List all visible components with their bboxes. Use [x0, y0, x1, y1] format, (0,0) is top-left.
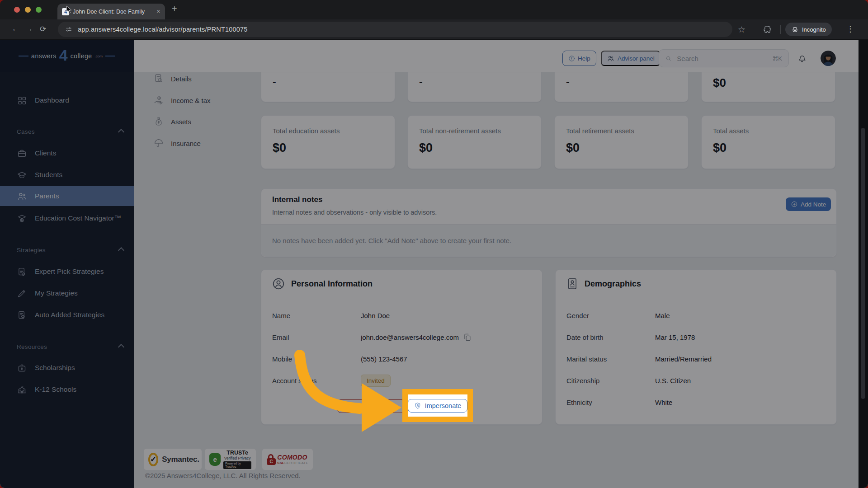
sidebar-section-resources[interactable]: Resources	[17, 343, 47, 350]
insurance-umbrella-icon	[154, 138, 164, 148]
row-value: White	[655, 399, 672, 406]
window-close-button[interactable]	[14, 7, 20, 13]
sidebar-item-auto-added-strategies[interactable]: Auto Added Strategies	[0, 305, 134, 325]
sidebar-item-my-strategies[interactable]: My Strategies	[0, 283, 134, 303]
submenu-item-details[interactable]: Details	[154, 70, 249, 88]
chevron-up-icon[interactable]	[118, 247, 124, 253]
scholarships-icon	[17, 363, 27, 373]
copy-icon[interactable]	[463, 333, 472, 342]
personal-information-card: Personal Information Name John Doe Email…	[261, 269, 542, 425]
search-icon	[665, 55, 671, 62]
back-icon[interactable]: ←	[12, 24, 19, 33]
internal-notes-title: Internal notes	[272, 195, 322, 204]
logo-text-right: college	[71, 52, 92, 60]
stat-label: Total non-retirement assets	[419, 127, 501, 135]
row-label: Account status	[272, 377, 361, 385]
page-scrollbar	[859, 40, 868, 488]
chevron-up-icon[interactable]	[118, 129, 124, 135]
stat-label: Total education assets	[273, 127, 340, 135]
mouse-cursor	[66, 5, 72, 14]
symantec-seal[interactable]: ✓ Symantec.	[144, 449, 202, 470]
stat-value: $0	[713, 141, 726, 155]
help-button[interactable]: Help	[562, 51, 596, 66]
search-box[interactable]: ⌘K	[659, 49, 789, 67]
truste-seal[interactable]: e TRUSTe Verified Privacy Powered by Tru…	[205, 449, 256, 470]
chevron-up-icon[interactable]	[118, 344, 124, 350]
submenu-item-insurance[interactable]: Insurance	[154, 134, 249, 152]
sidebar-section-strategies[interactable]: Strategies	[17, 247, 46, 253]
logo-text-left: answers	[31, 52, 57, 60]
browser-tab[interactable]: 4 John Doe Client: Doe Family ✕	[57, 4, 165, 19]
sidebar-item-label: Expert Pick Strategies	[35, 267, 104, 276]
comodo-text: COMODO SSLCERTIFICATE	[277, 454, 308, 465]
sidebar-item-k12-schools[interactable]: K-12 Schools	[0, 380, 134, 399]
advisor-panel-label: Advisor panel	[618, 55, 655, 62]
sidebar-item-clients[interactable]: Clients	[0, 143, 134, 163]
stat-value: $0	[419, 141, 433, 155]
search-input[interactable]	[676, 54, 768, 63]
deactivate-button[interactable]: Deactivate	[337, 399, 405, 413]
scrollbar-thumb[interactable]	[861, 128, 865, 399]
comodo-seal[interactable]: C COMODO SSLCERTIFICATE	[262, 449, 313, 470]
stat-label: Total assets	[713, 127, 749, 135]
bookmark-star-icon[interactable]: ☆	[738, 24, 745, 35]
row-label: Marital status	[566, 355, 655, 363]
row-label: Gender	[566, 312, 655, 319]
sidebar-item-parents[interactable]: Parents	[0, 186, 134, 206]
person-circle-icon	[272, 277, 285, 291]
sidebar-item-label: K-12 Schools	[35, 385, 76, 394]
briefcase-icon	[17, 149, 27, 158]
auto-strategies-icon	[17, 310, 27, 320]
site-settings-icon[interactable]	[65, 26, 72, 33]
row-label: Email	[272, 333, 361, 341]
stat-value: -	[566, 76, 570, 88]
advisor-panel-button[interactable]: Advisor panel	[601, 51, 660, 66]
sidebar-item-dashboard[interactable]: Dashboard	[0, 90, 134, 110]
dashboard-icon	[17, 96, 27, 105]
window-minimize-button[interactable]	[25, 7, 31, 13]
sidebar-item-label: Education Cost Navigator™	[35, 214, 121, 222]
extensions-icon[interactable]	[763, 25, 772, 34]
deactivate-label: Deactivate	[356, 403, 386, 410]
row-value: Male	[655, 312, 670, 319]
sidebar-item-scholarships[interactable]: Scholarships	[0, 358, 134, 378]
cost-navigator-icon	[17, 214, 27, 223]
internal-notes-empty-message: No notes have been added yet. Click "Add…	[272, 237, 511, 244]
truste-shield-icon: e	[209, 453, 221, 466]
status-badge: Invited	[361, 375, 391, 387]
stat-value: $0	[713, 76, 726, 90]
user-avatar[interactable]	[821, 51, 836, 66]
app-logo[interactable]: answers 4 college .com	[0, 40, 134, 72]
new-tab-button[interactable]: +	[172, 4, 177, 14]
sidebar-item-expert-pick-strategies[interactable]: Expert Pick Strategies	[0, 262, 134, 282]
impersonate-button[interactable]: Impersonate	[408, 399, 468, 413]
sidebar-item-label: Students	[35, 171, 62, 179]
plus-circle-icon	[791, 201, 798, 208]
pen-icon	[17, 289, 27, 298]
reload-icon[interactable]: ⟳	[40, 24, 46, 34]
stat-label: Total retirement assets	[566, 127, 634, 135]
submenu-item-income-tax[interactable]: Income & tax	[154, 91, 249, 109]
demographics-rows: Gender Male Date of birth Mar 15, 1978 M…	[556, 298, 836, 413]
submenu-item-assets[interactable]: Assets	[154, 113, 249, 131]
add-note-button[interactable]: Add Note	[786, 197, 831, 211]
sidebar-item-label: My Strategies	[35, 289, 78, 297]
row-label: Name	[272, 312, 361, 319]
sidebar-section-cases[interactable]: Cases	[17, 128, 35, 135]
sidebar-item-label: Clients	[35, 149, 56, 157]
tab-close-icon[interactable]: ✕	[156, 9, 160, 14]
sidebar-item-label: Scholarships	[35, 364, 75, 372]
sidebar-item-education-cost-navigator[interactable]: Education Cost Navigator™	[0, 208, 134, 228]
address-bar[interactable]: app.answers4college.local/advisor/parent…	[58, 22, 732, 37]
app-topbar: Help Advisor panel ⌘K	[134, 40, 868, 72]
notifications-bell-icon[interactable]	[797, 53, 807, 63]
forward-icon[interactable]: →	[25, 24, 33, 33]
demographics-doc-icon	[566, 277, 579, 290]
info-row-account-status: Account status Invited	[272, 370, 531, 391]
sidebar-item-students[interactable]: Students	[0, 165, 134, 185]
info-row-name: Name John Doe	[272, 305, 531, 326]
stat-value: -	[273, 76, 276, 88]
window-zoom-button[interactable]	[36, 7, 42, 13]
tab-strip: 4 John Doe Client: Doe Family ✕ +	[0, 0, 868, 19]
browser-menu-icon[interactable]: ⋮	[846, 24, 854, 34]
